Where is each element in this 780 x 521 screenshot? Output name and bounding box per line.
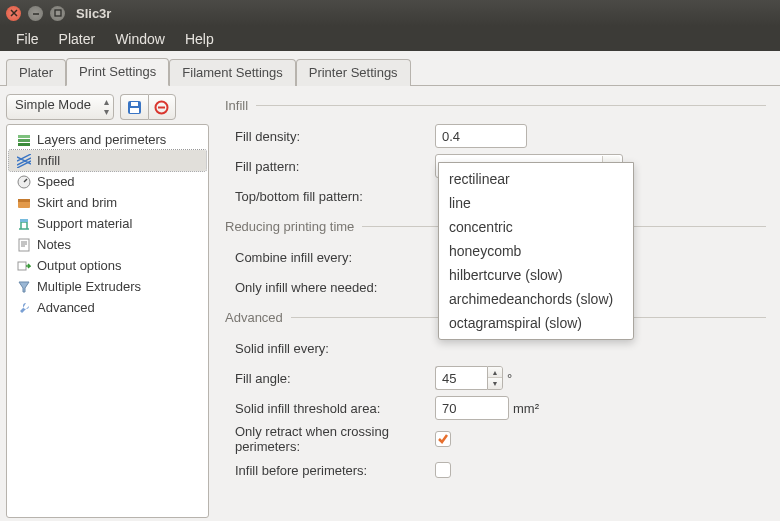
close-icon — [10, 9, 18, 17]
tree-item-advanced[interactable]: Advanced — [9, 297, 206, 318]
tree-item-skirt[interactable]: Skirt and brim — [9, 192, 206, 213]
tree-item-support[interactable]: Support material — [9, 213, 206, 234]
fill-angle-unit: ° — [507, 371, 512, 386]
notes-icon — [17, 238, 31, 252]
fill-pattern-dropdown[interactable]: rectilinear line concentric honeycomb hi… — [438, 162, 634, 340]
delete-preset-button[interactable] — [148, 94, 176, 120]
delete-icon — [154, 100, 169, 115]
tab-printer-settings[interactable]: Printer Settings — [296, 59, 411, 86]
speed-icon — [17, 175, 31, 189]
window-title: Slic3r — [76, 6, 111, 21]
tree-item-label: Multiple Extruders — [37, 279, 141, 294]
dropdown-option[interactable]: rectilinear — [439, 167, 633, 191]
window-minimize-button[interactable] — [28, 6, 43, 21]
menu-help[interactable]: Help — [175, 27, 224, 51]
minimize-icon — [32, 9, 40, 17]
fill-density-input[interactable] — [435, 124, 527, 148]
svg-rect-6 — [18, 139, 30, 142]
fill-pattern-label: Fill pattern: — [225, 159, 435, 174]
svg-rect-11 — [20, 219, 28, 222]
tree-item-label: Notes — [37, 237, 71, 252]
solid-every-label: Solid infill every: — [225, 341, 435, 356]
threshold-unit: mm² — [513, 401, 539, 416]
threshold-label: Solid infill threshold area: — [225, 401, 435, 416]
layers-icon — [17, 133, 31, 147]
top-bottom-pattern-label: Top/bottom fill pattern: — [225, 189, 435, 204]
skirt-icon — [17, 196, 31, 210]
main-tabs: Plater Print Settings Filament Settings … — [0, 51, 780, 86]
save-preset-button[interactable] — [120, 94, 148, 120]
svg-rect-7 — [18, 143, 30, 146]
mode-select[interactable]: Simple Mode ▴▾ — [6, 94, 114, 120]
tree-item-speed[interactable]: Speed — [9, 171, 206, 192]
dropdown-option[interactable]: hilbertcurve (slow) — [439, 263, 633, 287]
settings-tree: Layers and perimeters Infill Speed Skirt… — [6, 124, 209, 518]
menu-file[interactable]: File — [6, 27, 49, 51]
infill-icon — [17, 154, 31, 168]
support-icon — [17, 217, 31, 231]
dropdown-option[interactable]: concentric — [439, 215, 633, 239]
svg-rect-13 — [18, 262, 26, 270]
svg-rect-5 — [18, 135, 30, 138]
tab-filament-settings[interactable]: Filament Settings — [169, 59, 295, 86]
spinner-buttons[interactable]: ▲▼ — [487, 366, 503, 390]
tree-item-label: Infill — [37, 153, 60, 168]
chevron-updown-icon: ▴▾ — [104, 97, 109, 117]
mode-select-value: Simple Mode — [15, 97, 91, 112]
tab-print-settings[interactable]: Print Settings — [66, 58, 169, 86]
tree-item-label: Advanced — [37, 300, 95, 315]
tree-item-layers[interactable]: Layers and perimeters — [9, 129, 206, 150]
infill-before-label: Infill before perimeters: — [225, 463, 435, 478]
tree-item-label: Layers and perimeters — [37, 132, 166, 147]
svg-rect-0 — [55, 10, 61, 16]
tree-item-label: Speed — [37, 174, 75, 189]
only-retract-label: Only retract when crossing perimeters: — [225, 424, 435, 454]
tree-item-label: Support material — [37, 216, 132, 231]
svg-rect-10 — [18, 199, 30, 202]
save-icon — [127, 100, 142, 115]
combine-infill-label: Combine infill every: — [225, 250, 435, 265]
tree-item-extruders[interactable]: Multiple Extruders — [9, 276, 206, 297]
window-titlebar: Slic3r — [0, 0, 780, 26]
fill-density-label: Fill density: — [225, 129, 435, 144]
wrench-icon — [17, 301, 31, 315]
infill-before-checkbox[interactable] — [435, 462, 451, 478]
tab-plater[interactable]: Plater — [6, 59, 66, 86]
tree-item-label: Output options — [37, 258, 122, 273]
maximize-icon — [54, 9, 62, 17]
svg-rect-3 — [131, 102, 138, 106]
fill-angle-spinner[interactable]: ▲▼ — [435, 366, 503, 390]
check-icon — [437, 433, 449, 445]
fill-angle-label: Fill angle: — [225, 371, 435, 386]
fill-angle-input[interactable] — [435, 366, 487, 390]
tree-item-notes[interactable]: Notes — [9, 234, 206, 255]
dropdown-option[interactable]: octagramspiral (slow) — [439, 311, 633, 335]
section-legend: Infill — [225, 98, 256, 113]
output-icon — [17, 259, 31, 273]
tree-item-label: Skirt and brim — [37, 195, 117, 210]
svg-rect-2 — [130, 108, 139, 113]
menubar: File Plater Window Help — [0, 26, 780, 51]
window-maximize-button[interactable] — [50, 6, 65, 21]
tree-item-infill[interactable]: Infill — [9, 150, 206, 171]
window-close-button[interactable] — [6, 6, 21, 21]
menu-plater[interactable]: Plater — [49, 27, 106, 51]
svg-rect-12 — [19, 239, 29, 251]
section-legend: Reducing printing time — [225, 219, 362, 234]
dropdown-option[interactable]: honeycomb — [439, 239, 633, 263]
only-retract-checkbox[interactable] — [435, 431, 451, 447]
menu-window[interactable]: Window — [105, 27, 175, 51]
funnel-icon — [17, 280, 31, 294]
threshold-input[interactable] — [435, 396, 509, 420]
only-where-needed-label: Only infill where needed: — [225, 280, 435, 295]
tree-item-output[interactable]: Output options — [9, 255, 206, 276]
dropdown-option[interactable]: line — [439, 191, 633, 215]
section-legend: Advanced — [225, 310, 291, 325]
preset-button-group — [120, 94, 176, 120]
dropdown-option[interactable]: archimedeanchords (slow) — [439, 287, 633, 311]
